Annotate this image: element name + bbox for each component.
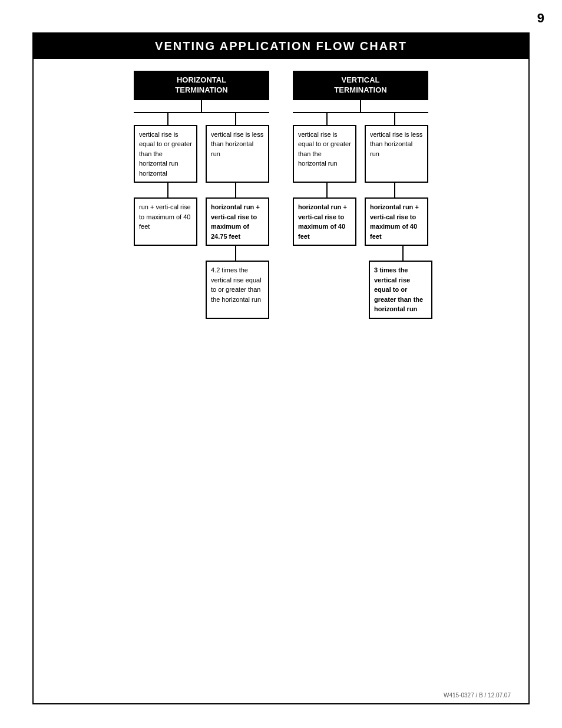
footer-text: W415-0327 / B / 12.07.07 xyxy=(444,692,511,699)
title-bar: VENTING APPLICATION FLOW CHART xyxy=(34,34,528,59)
horizontal-termination-header: HORIZONTAL TERMINATION xyxy=(134,71,269,100)
v-sub2-level2-box: horizontal run + verti-cal rise to maxim… xyxy=(365,197,428,246)
h-sub2-level2-box: horizontal run + verti-cal rise to maxim… xyxy=(206,197,269,246)
h-sub2-level1-box: vertical rise is less than horizontal ru… xyxy=(206,125,269,183)
vertical-termination-header: VERTICAL TERMINATION xyxy=(293,71,428,100)
page-number: 9 xyxy=(537,11,544,26)
h-sub2-level3-box: 4.2 times the vertical rise equal to or … xyxy=(206,261,269,319)
v-sub1-level2-box: horizontal run + verti-cal rise to maxim… xyxy=(293,197,356,246)
v-sub1-level1-box: vertical rise is equal to or greater tha… xyxy=(293,125,356,183)
v-sub2-level3-box: 3 times the vertical rise equal to or gr… xyxy=(369,261,432,319)
outer-border: VENTING APPLICATION FLOW CHART HORIZONTA… xyxy=(32,32,530,704)
h-sub1-level2-box: run + verti-cal rise to maximum of 40 fe… xyxy=(134,197,197,246)
h-sub1-level1-box: vertical rise is equal to or greater tha… xyxy=(134,125,197,183)
v-sub2-level1-box: vertical rise is less than horizontal ru… xyxy=(365,125,428,183)
